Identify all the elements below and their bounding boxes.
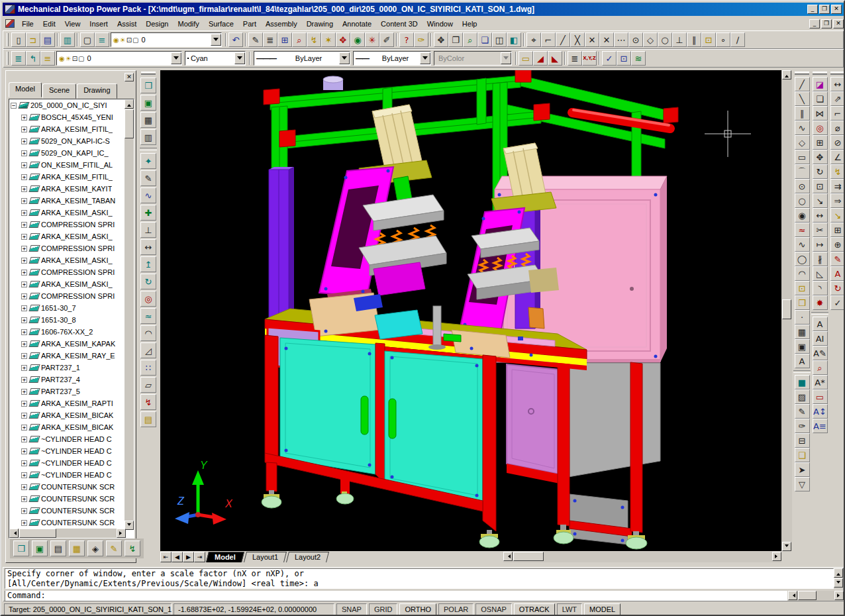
xyz-point-icon[interactable]: X,Y,Z xyxy=(582,51,597,66)
edit-text-icon[interactable]: A✎ xyxy=(813,346,828,360)
center-snap-icon[interactable]: ⊙ xyxy=(628,32,643,47)
power-snap-icon[interactable]: ✶ xyxy=(321,32,336,47)
ellipse-arc-icon[interactable]: ◠ xyxy=(795,266,810,281)
viewport-canvas[interactable]: Y X Z xyxy=(160,70,781,551)
tree-item[interactable]: ARKA_KESIM_ASKI_ xyxy=(9,207,134,219)
quadrant-icon[interactable]: ◇ xyxy=(643,32,658,47)
panel-close-button[interactable]: ✕ xyxy=(124,73,134,81)
scroll-down-icon[interactable] xyxy=(782,542,791,551)
tree-item[interactable]: BOSCH_45X45_YENI xyxy=(9,111,134,123)
tree-item[interactable]: ~CYLINDER HEAD C xyxy=(9,433,134,445)
arc-icon[interactable]: ⌒ xyxy=(795,164,810,179)
color-combo[interactable]: Cyan xyxy=(185,51,246,66)
screen-menu-icon[interactable]: ▢ xyxy=(80,32,95,47)
model-toggle[interactable]: MODEL xyxy=(584,603,621,615)
zoom-detail-icon[interactable]: ⌕ xyxy=(292,32,307,47)
array-icon[interactable]: ⊞ xyxy=(813,135,828,150)
expand-icon[interactable] xyxy=(21,520,27,526)
new-part-icon[interactable]: ✦ xyxy=(140,153,156,169)
layer-manager-icon[interactable]: ≣ xyxy=(11,51,26,66)
minimize-button[interactable]: _ xyxy=(807,5,818,14)
scale-text-icon[interactable]: A↕ xyxy=(813,404,828,419)
baseline-dim-icon[interactable]: ⇉ xyxy=(830,179,845,193)
list-icon[interactable]: ≣ xyxy=(568,51,582,66)
last-tab-button[interactable]: ⇥ xyxy=(194,552,205,562)
tree-item[interactable]: COUNTERSUNK SCR xyxy=(9,517,134,529)
multiline-icon[interactable]: ∥ xyxy=(795,106,810,121)
expand-icon[interactable] xyxy=(21,413,27,419)
help-icon[interactable]: ? xyxy=(399,32,414,47)
scroll-right-icon[interactable] xyxy=(772,552,781,561)
menu-item[interactable]: Content 3D xyxy=(376,18,422,30)
continue-dim-icon[interactable]: ⇒ xyxy=(830,193,845,208)
nearest-icon[interactable]: ∕ xyxy=(730,32,745,47)
tree-item[interactable]: ARKA_KESIM_FITIL_ xyxy=(9,171,134,183)
quick-leader-icon[interactable]: ↘ xyxy=(830,208,845,223)
extend-icon[interactable]: ↦ xyxy=(813,237,828,252)
bom-table-icon[interactable]: ▦ xyxy=(69,540,85,556)
break-icon[interactable]: ∦ xyxy=(813,252,828,266)
construction-line-icon[interactable]: ╲ xyxy=(795,91,810,106)
single-text-icon[interactable]: AI xyxy=(813,331,828,346)
command-vertical-scrollbar[interactable] xyxy=(834,568,844,589)
make-block-icon[interactable]: ❒ xyxy=(795,295,810,310)
scroll-left-icon[interactable] xyxy=(9,529,19,538)
drawing-mode-icon[interactable]: ▥ xyxy=(140,129,156,145)
scroll-up-icon[interactable] xyxy=(782,70,791,79)
tree-item[interactable]: COUNTERSUNK SCR xyxy=(9,505,134,517)
edit-pencil-icon[interactable]: ✎ xyxy=(248,32,263,47)
lengthen-icon[interactable]: ↔ xyxy=(813,208,828,223)
desktop-options-icon[interactable]: ⊡ xyxy=(617,51,631,66)
tree-item[interactable]: ARKA_KESIM_BICAK xyxy=(9,409,134,421)
hole-icon[interactable]: ◎ xyxy=(140,291,156,307)
dropdown-arrow-icon[interactable] xyxy=(234,52,245,64)
toolbar-grip[interactable] xyxy=(7,52,9,65)
point-icon[interactable]: · xyxy=(795,310,810,325)
menu-item[interactable]: Design xyxy=(141,18,173,30)
expand-icon[interactable] xyxy=(21,258,27,264)
tab-model[interactable]: Model xyxy=(9,82,42,97)
tab-model-space[interactable]: Model xyxy=(206,552,244,562)
dropdown-arrow-icon[interactable] xyxy=(171,52,181,64)
temp-track-icon[interactable]: ⌖ xyxy=(526,32,541,47)
expand-icon[interactable] xyxy=(21,186,27,192)
tree-item[interactable]: COUNTERSUNK SCR xyxy=(9,481,134,493)
part-catalog-icon[interactable]: ▤ xyxy=(140,411,156,427)
menu-item[interactable]: Surface xyxy=(204,18,238,30)
expand-icon[interactable] xyxy=(21,448,27,454)
polyline-edit-icon[interactable]: ✎ xyxy=(795,404,810,419)
expand-icon[interactable] xyxy=(21,496,27,502)
dropdown-arrow-icon[interactable] xyxy=(420,52,430,64)
line-icon[interactable]: ╱ xyxy=(795,77,810,91)
insert-snap-icon[interactable]: ⊡ xyxy=(701,32,716,47)
layer-stack-icon[interactable]: ≡ xyxy=(95,32,109,47)
viewport-horizontal-scrollbar[interactable] xyxy=(503,552,781,562)
fillet-icon[interactable]: ◝ xyxy=(813,281,828,295)
select-icon[interactable]: ➤ xyxy=(795,462,810,477)
scroll-down-icon[interactable] xyxy=(834,578,843,588)
chamfer-icon[interactable]: ◺ xyxy=(813,266,828,281)
undo-icon[interactable]: ↶ xyxy=(228,32,243,47)
toolbar-grip[interactable] xyxy=(830,72,845,75)
viewport-vscroll-thumb[interactable] xyxy=(782,299,791,319)
restore-button[interactable]: ❐ xyxy=(819,5,830,14)
insert-block-icon[interactable]: ⊡ xyxy=(795,281,810,295)
tree-item[interactable]: ARKA_KESIM_BICAK xyxy=(9,421,134,433)
tree-item[interactable]: ARKA_KESIM_TABAN xyxy=(9,195,134,207)
layer-fx-icon[interactable]: ≋ xyxy=(631,51,646,66)
world-icon[interactable]: ◉ xyxy=(350,32,365,47)
expand-icon[interactable] xyxy=(21,436,27,442)
parallel-icon[interactable]: ∥ xyxy=(687,32,701,47)
command-hscroll-thumb[interactable] xyxy=(798,591,817,600)
scroll-up-icon[interactable] xyxy=(834,568,843,578)
donut-icon[interactable]: ◉ xyxy=(795,208,810,223)
tree-horizontal-scrollbar[interactable] xyxy=(9,529,126,538)
toolbar-grip[interactable] xyxy=(795,72,809,75)
wedge-solid-icon[interactable]: ◢ xyxy=(533,51,548,66)
tolerance-icon[interactable]: ⊞ xyxy=(830,223,845,237)
circle-center-icon[interactable]: ⊙ xyxy=(795,179,810,193)
close-button[interactable]: ✕ xyxy=(831,5,842,14)
catalog-icon[interactable]: ▤ xyxy=(50,540,66,556)
rotate-icon[interactable]: ↻ xyxy=(813,164,828,179)
ortho-toggle[interactable]: ORTHO xyxy=(399,603,436,615)
